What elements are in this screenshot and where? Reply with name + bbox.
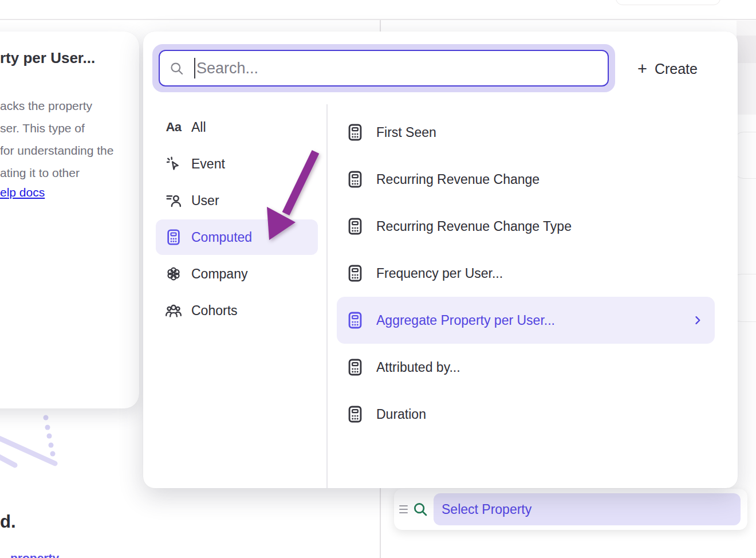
category-item-user[interactable]: User [156,183,318,218]
background-link-fragment: property [10,551,59,558]
chevron-right-icon [692,315,703,326]
search-focus-ring [152,44,615,92]
property-item-attributed-by[interactable]: Attributed by... [337,344,715,391]
property-item-recurring-revenue-change-type[interactable]: Recurring Revenue Change Type [337,203,715,250]
property-tooltip-card: rty per User... acks the property ser. T… [0,32,139,408]
search-box[interactable] [159,50,609,87]
background-divider-horizontal [0,19,756,20]
calculator-icon [345,311,365,330]
search-input[interactable] [195,60,608,77]
help-docs-link[interactable]: elp docs [0,186,45,199]
calculator-icon [345,404,365,424]
tooltip-title: rty per User... [0,49,95,67]
tooltip-body: acks the property ser. This type of for … [0,95,113,184]
property-item-frequency-per-user[interactable]: Frequency per User... [337,250,715,297]
modal-column-divider [326,104,328,488]
select-property-button[interactable]: Select Property [434,493,741,525]
cohorts-people-icon [164,301,183,320]
text-aa-icon: Aa [164,117,183,137]
background-band [737,36,756,63]
magnifier-green-icon [412,501,429,518]
category-list: Aa All Event [156,109,318,329]
property-list: First Seen Recurring Revenue Change [337,109,715,438]
plus-icon: + [637,61,647,77]
calculator-icon [345,170,365,189]
user-list-icon [164,191,183,210]
category-item-cohorts[interactable]: Cohorts [156,293,318,328]
screen: d. property rty per User... acks the pro… [0,0,756,558]
background-pill-edge [616,0,720,5]
background-band [737,21,756,115]
calculator-icon [345,217,365,236]
property-item-duration[interactable]: Duration [337,391,715,438]
category-item-event[interactable]: Event [156,146,318,182]
property-item-recurring-revenue-change[interactable]: Recurring Revenue Change [337,156,715,203]
search-icon [169,61,184,76]
background-heading-fragment: d. [0,512,16,532]
category-item-all[interactable]: Aa All [156,109,318,145]
property-picker-modal: + Create Aa All Event [143,32,738,488]
calculator-icon [345,264,365,283]
menu-lines-icon [399,505,408,514]
calculator-icon [345,357,365,377]
calculator-icon [164,227,183,247]
property-item-first-seen[interactable]: First Seen [337,109,715,156]
create-button[interactable]: + Create [637,57,698,81]
select-property-card: Select Property [394,489,747,530]
category-item-computed[interactable]: Computed [156,219,318,255]
category-item-company[interactable]: Company [156,256,318,292]
calculator-icon [345,123,365,142]
cursor-click-icon [164,154,183,174]
property-item-aggregate-property-per-user[interactable]: Aggregate Property per User... [337,297,715,344]
company-cluster-icon [164,264,183,284]
